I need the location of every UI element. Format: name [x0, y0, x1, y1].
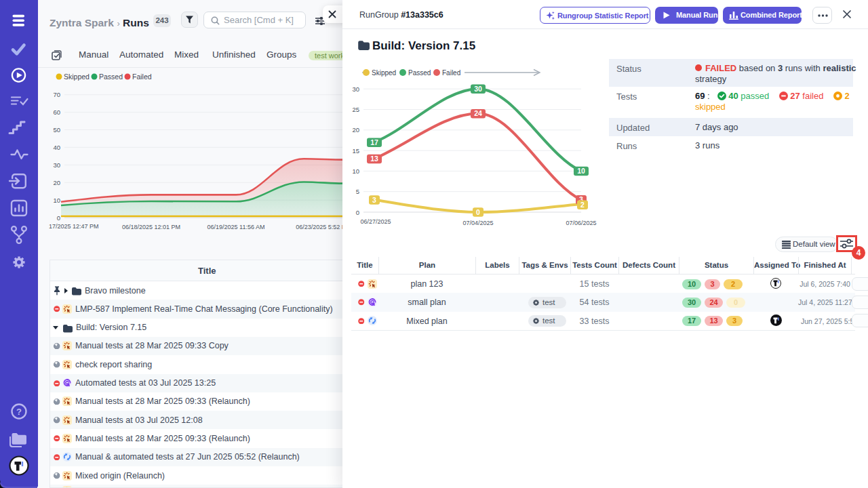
svg-text:20: 20	[53, 179, 60, 186]
svg-text:13: 13	[370, 155, 378, 163]
svg-text:10: 10	[352, 167, 359, 175]
svg-text:Failed: Failed	[132, 73, 152, 81]
svg-text:07/04/2025: 07/04/2025	[462, 220, 493, 226]
svg-text:?: ?	[16, 407, 22, 417]
svg-text:Skipped: Skipped	[372, 69, 396, 77]
svg-text:06/19/2025 11:56 AM: 06/19/2025 11:56 AM	[208, 224, 265, 230]
svg-text:10: 10	[53, 197, 60, 204]
svg-text:06/27/2025: 06/27/2025	[360, 218, 391, 225]
svg-text:Failed: Failed	[442, 69, 460, 77]
svg-text:17/2025 12:47 PM: 17/2025 12:47 PM	[49, 223, 99, 230]
svg-text:70: 70	[53, 91, 60, 98]
svg-text:25: 25	[352, 106, 359, 113]
svg-text:50: 50	[53, 126, 60, 134]
svg-text:2: 2	[580, 201, 585, 209]
svg-text:3: 3	[372, 196, 376, 204]
svg-text:Passed: Passed	[408, 69, 431, 77]
svg-text:07/06/2025: 07/06/2025	[566, 220, 596, 226]
svg-text:30: 30	[352, 85, 359, 93]
svg-text:06/23/2025 5:52 P: 06/23/2025 5:52 P	[296, 224, 342, 230]
svg-text:0: 0	[356, 209, 359, 216]
svg-text:10: 10	[577, 167, 585, 175]
svg-text:5: 5	[356, 188, 359, 195]
svg-text:Passed: Passed	[99, 73, 123, 81]
svg-text:0: 0	[57, 214, 60, 222]
svg-text:40: 40	[53, 144, 60, 151]
svg-text:30: 30	[474, 85, 482, 93]
svg-text:30: 30	[53, 161, 60, 169]
svg-text:20: 20	[352, 126, 359, 134]
svg-text:60: 60	[53, 108, 60, 116]
svg-text:0: 0	[476, 208, 480, 216]
svg-text:24: 24	[474, 109, 482, 117]
svg-text:17: 17	[370, 138, 378, 146]
svg-text:Skipped: Skipped	[64, 73, 90, 81]
svg-text:06/18/2025 12:01 PM: 06/18/2025 12:01 PM	[122, 224, 180, 230]
svg-text:15: 15	[352, 147, 359, 155]
